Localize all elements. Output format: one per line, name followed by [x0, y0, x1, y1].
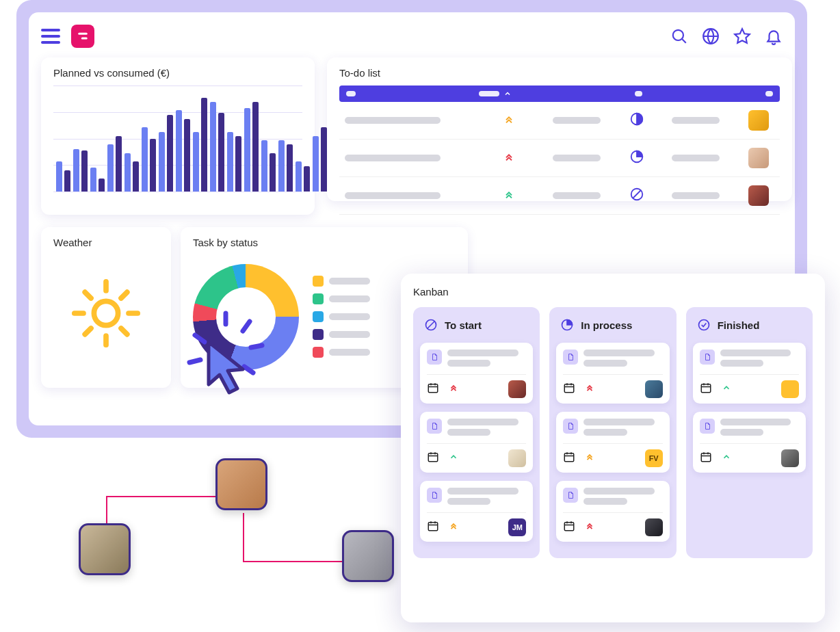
- calendar-icon: [427, 382, 439, 397]
- kanban-card[interactable]: [556, 481, 669, 542]
- svg-marker-5: [735, 29, 750, 43]
- avatar[interactable]: [781, 380, 799, 398]
- star-icon[interactable]: [733, 27, 751, 45]
- svg-rect-57: [701, 453, 711, 462]
- donut-legend: [313, 276, 370, 358]
- priority-icon: [722, 383, 731, 395]
- document-icon: [563, 350, 578, 365]
- kanban-card[interactable]: [693, 343, 806, 404]
- kanban-panel: Kanban To startJMIn processFVFinished: [401, 274, 825, 622]
- priority-icon: [503, 151, 544, 165]
- document-icon: [427, 488, 442, 503]
- card-weather[interactable]: Weather: [41, 227, 171, 388]
- avatar[interactable]: [645, 380, 663, 398]
- todo-header[interactable]: [339, 85, 780, 102]
- kanban-card[interactable]: FV: [556, 412, 669, 473]
- topbar: [41, 22, 783, 51]
- avatar[interactable]: [79, 523, 131, 575]
- card-todo-list[interactable]: To-do list: [327, 57, 792, 201]
- avatar[interactable]: [215, 458, 267, 510]
- legend-item[interactable]: [313, 293, 370, 304]
- calendar-icon: [427, 451, 439, 466]
- priority-icon: [449, 383, 458, 395]
- svg-line-17: [85, 328, 91, 334]
- kanban-column-header: To start: [420, 315, 533, 334]
- document-icon: [700, 419, 715, 434]
- globe-icon[interactable]: [702, 27, 720, 45]
- bell-icon[interactable]: [765, 27, 783, 45]
- avatar[interactable]: [508, 449, 526, 467]
- calendar-icon: [563, 520, 575, 535]
- legend-item[interactable]: [313, 347, 370, 358]
- document-icon: [427, 419, 442, 434]
- card-title: Weather: [53, 237, 159, 248]
- legend-item[interactable]: [313, 311, 370, 322]
- people-network: [41, 445, 397, 622]
- priority-icon: [503, 114, 544, 127]
- donut-chart[interactable]: [193, 264, 299, 370]
- priority-icon: [585, 521, 594, 534]
- kanban-card[interactable]: JM: [420, 481, 533, 542]
- svg-line-3: [682, 39, 685, 42]
- card-planned-vs-consumed[interactable]: Planned vs consumed (€): [41, 57, 315, 215]
- table-row[interactable]: [339, 140, 780, 177]
- card-title: Task by status: [193, 237, 456, 248]
- svg-rect-48: [565, 523, 575, 531]
- status-icon: [629, 149, 664, 167]
- sun-icon: [68, 276, 144, 351]
- avatar[interactable]: JM: [508, 518, 526, 536]
- avatar[interactable]: [508, 380, 526, 398]
- kanban-column-header: Finished: [693, 315, 806, 334]
- status-icon: [629, 187, 664, 205]
- document-icon: [700, 350, 715, 365]
- svg-line-16: [121, 328, 127, 334]
- calendar-icon: [427, 520, 439, 535]
- calendar-icon: [700, 382, 712, 397]
- app-logo[interactable]: [71, 25, 94, 48]
- svg-line-26: [428, 321, 434, 328]
- document-icon: [563, 488, 578, 503]
- chevron-up-icon[interactable]: [503, 90, 512, 98]
- svg-point-10: [94, 301, 118, 325]
- kanban-card[interactable]: [420, 343, 533, 404]
- avatar[interactable]: [781, 449, 799, 467]
- svg-rect-1: [81, 38, 88, 40]
- kanban-column[interactable]: Finished: [686, 307, 813, 558]
- kanban-column[interactable]: In processFV: [549, 307, 676, 558]
- kanban-card[interactable]: [556, 343, 669, 404]
- priority-icon: [503, 189, 544, 202]
- status-icon: [629, 111, 664, 129]
- legend-item[interactable]: [313, 329, 370, 340]
- svg-rect-31: [428, 453, 438, 462]
- avatar[interactable]: [748, 148, 769, 168]
- avatar[interactable]: [342, 530, 394, 582]
- svg-rect-0: [78, 33, 88, 35]
- priority-icon: [722, 452, 731, 464]
- search-icon[interactable]: [670, 27, 688, 45]
- svg-rect-44: [565, 453, 575, 462]
- svg-rect-53: [701, 384, 711, 393]
- legend-item[interactable]: [313, 276, 370, 287]
- kanban-card[interactable]: [420, 412, 533, 473]
- card-title: To-do list: [339, 67, 780, 79]
- kanban-card[interactable]: [693, 412, 806, 473]
- svg-rect-35: [428, 523, 438, 531]
- kanban-column[interactable]: To startJM: [413, 307, 540, 558]
- kanban-title: Kanban: [413, 286, 813, 298]
- menu-icon[interactable]: [41, 29, 60, 44]
- avatar[interactable]: [748, 185, 769, 206]
- priority-icon: [585, 383, 594, 395]
- document-icon: [427, 350, 442, 365]
- avatar[interactable]: [748, 110, 769, 131]
- svg-point-52: [698, 320, 709, 330]
- priority-icon: [449, 452, 458, 464]
- kanban-column-header: In process: [556, 315, 669, 334]
- calendar-icon: [563, 451, 575, 466]
- avatar[interactable]: [645, 518, 663, 536]
- avatar[interactable]: FV: [645, 449, 663, 467]
- bar-chart: [53, 85, 302, 192]
- svg-rect-40: [565, 384, 575, 393]
- table-row[interactable]: [339, 177, 780, 215]
- table-row[interactable]: [339, 102, 780, 140]
- calendar-icon: [700, 451, 712, 466]
